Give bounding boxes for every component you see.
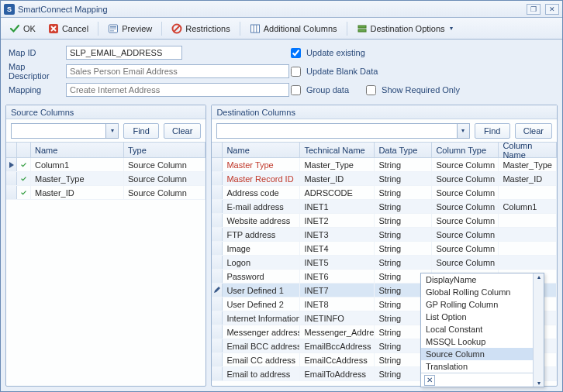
- row-indicator: [212, 200, 223, 213]
- table-row[interactable]: Master_IDSource Column: [6, 186, 206, 200]
- table-row[interactable]: Address codeADRSCODEStringSource Column: [212, 186, 557, 200]
- map-id-input[interactable]: [66, 46, 182, 60]
- row-indicator: [212, 297, 223, 311]
- cell-column-name: [499, 242, 557, 255]
- cell-column-type: Source Column: [432, 214, 499, 227]
- svg-rect-10: [358, 26, 366, 28]
- col-dtype[interactable]: Data Type: [375, 143, 432, 157]
- cell-column-name: [499, 228, 557, 241]
- cell-column-name: Column1: [499, 200, 557, 213]
- cell-name: Messenger address: [223, 325, 300, 339]
- chevron-down-icon[interactable]: ▾: [105, 124, 118, 138]
- dropdown-item[interactable]: DisplayName: [421, 273, 533, 286]
- map-id-label: Map ID: [9, 48, 61, 57]
- cell-column-name: [499, 186, 557, 199]
- preview-button[interactable]: Preview: [102, 20, 157, 37]
- ok-button[interactable]: OK: [4, 20, 41, 37]
- map-description-label: Map Descriptior: [9, 62, 61, 81]
- dropdown-item[interactable]: Source Column: [421, 348, 533, 360]
- columns-icon: [250, 23, 261, 34]
- check-icon: [17, 158, 31, 171]
- cell-column-name: [499, 214, 557, 227]
- additional-columns-label: Additional Columns: [264, 24, 337, 33]
- table-row[interactable]: Master_TypeSource Column: [6, 172, 206, 186]
- restrictions-label: Restrictions: [185, 24, 230, 33]
- dest-filter-combobox[interactable]: ▾: [216, 123, 469, 139]
- restrictions-button[interactable]: Restrictions: [166, 20, 235, 37]
- svg-line-6: [174, 26, 180, 32]
- cell-name: E-mail address: [223, 200, 300, 213]
- cell-tech: Master_ID: [300, 172, 375, 185]
- form-area: Map ID Update existing Map Descriptior U…: [1, 40, 562, 101]
- scrollbar[interactable]: ▴ ▾: [533, 273, 544, 387]
- dropdown-item[interactable]: MSSQL Lookup: [421, 335, 533, 348]
- source-filter: ▾ Find Clear: [6, 119, 206, 143]
- cancel-button[interactable]: Cancel: [43, 20, 94, 37]
- cell-tech: EmailCcAddress: [300, 353, 375, 366]
- source-find-button[interactable]: Find: [123, 123, 159, 139]
- cell-column-type: Source Column: [432, 242, 499, 255]
- col-tech[interactable]: Technical Name: [300, 143, 375, 157]
- cell-tech: INET2: [300, 214, 375, 227]
- table-row[interactable]: E-mail addressINET1StringSource ColumnCo…: [212, 200, 557, 214]
- source-filter-combobox[interactable]: ▾: [11, 123, 119, 139]
- restore-button[interactable]: ❐: [527, 4, 541, 15]
- map-description-input[interactable]: [66, 64, 289, 78]
- dropdown-item[interactable]: Translation: [421, 360, 533, 373]
- dropdown-item[interactable]: GP Rolling Column: [421, 298, 533, 311]
- cell-tech: INET7: [300, 284, 375, 297]
- table-row[interactable]: FTP addressINET3StringSource Column: [212, 228, 557, 242]
- chevron-down-icon[interactable]: ▾: [457, 124, 469, 138]
- close-button[interactable]: ✕: [545, 4, 559, 15]
- col-cname[interactable]: Column Name: [499, 143, 557, 157]
- table-row[interactable]: Website addressINET2StringSource Column: [212, 214, 557, 228]
- cell-tech: INET6: [300, 270, 375, 283]
- separator: [161, 22, 162, 36]
- cell-name: Logon: [223, 256, 300, 269]
- cell-tech: EmailBccAddress: [300, 339, 375, 352]
- col-name[interactable]: Name: [223, 143, 300, 157]
- cell-dtype: String: [375, 242, 432, 255]
- row-indicator: [212, 325, 223, 339]
- col-name[interactable]: Name: [31, 143, 124, 157]
- dropdown-close-button[interactable]: ✕: [424, 375, 435, 386]
- column-type-dropdown[interactable]: DisplayNameGlobal Rolling ColumnGP Rolli…: [420, 273, 544, 387]
- dropdown-item[interactable]: List Option: [421, 311, 533, 323]
- cell-name: Master Type: [223, 158, 300, 171]
- col-type[interactable]: Type: [124, 143, 206, 157]
- table-row[interactable]: ImageINET4StringSource Column: [212, 242, 557, 256]
- table-row[interactable]: LogonINET5StringSource Column: [212, 256, 557, 270]
- cell-name: Email to address: [223, 367, 300, 380]
- destination-icon: [357, 23, 368, 34]
- cell-type: Source Column: [124, 172, 206, 185]
- row-indicator: [6, 158, 17, 171]
- group-data-checkbox[interactable]: Group data: [288, 83, 349, 98]
- table-row[interactable]: Master Record IDMaster_IDStringSource Co…: [212, 172, 557, 186]
- additional-columns-button[interactable]: Additional Columns: [244, 20, 343, 37]
- mapping-input[interactable]: [66, 83, 289, 97]
- cell-name: Password: [223, 270, 300, 283]
- dest-find-button[interactable]: Find: [475, 123, 510, 139]
- table-row[interactable]: Master TypeMaster_TypeStringSource Colum…: [212, 158, 557, 172]
- cell-column-type: Source Column: [432, 172, 499, 185]
- update-existing-checkbox[interactable]: Update existing: [288, 46, 365, 60]
- destination-options-button[interactable]: Destination Options ▾: [351, 20, 458, 37]
- col-ctype[interactable]: Column Type: [432, 143, 499, 157]
- cell-name: Column1: [31, 158, 124, 171]
- dropdown-item[interactable]: Global Rolling Column: [421, 286, 533, 298]
- update-blank-checkbox[interactable]: Update Blank Data: [288, 64, 378, 79]
- scroll-down-icon[interactable]: ▾: [537, 380, 541, 387]
- scroll-up-icon[interactable]: ▴: [537, 273, 541, 280]
- cell-column-name: Master_ID: [499, 172, 557, 185]
- svg-rect-2: [110, 26, 116, 28]
- cell-name: Master Record ID: [223, 172, 300, 185]
- svg-rect-3: [110, 28, 116, 29]
- cell-column-type: Source Column: [432, 200, 499, 213]
- table-row[interactable]: Column1Source Column: [6, 158, 206, 172]
- show-required-checkbox[interactable]: Show Required Only: [363, 83, 460, 98]
- row-indicator: [212, 367, 223, 380]
- source-clear-button[interactable]: Clear: [164, 123, 201, 139]
- dest-clear-button[interactable]: Clear: [515, 123, 552, 139]
- dropdown-item[interactable]: Local Constant: [421, 323, 533, 335]
- check-icon: [9, 23, 20, 34]
